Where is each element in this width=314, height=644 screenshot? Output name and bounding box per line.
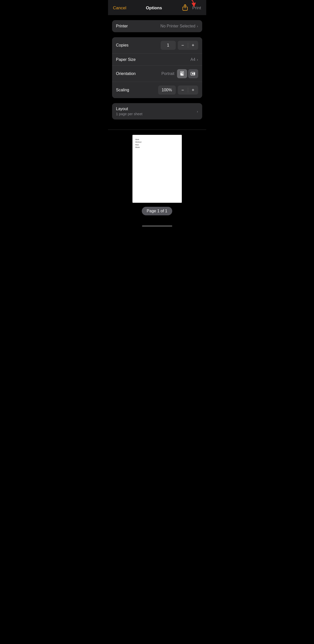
layout-text-group: Layout 1 page per sheet	[116, 107, 143, 116]
portrait-icon: ⬆	[179, 71, 185, 76]
orientation-value: Portrait	[161, 71, 175, 76]
copies-increment-button[interactable]: +	[188, 41, 198, 50]
layout-chevron-icon: ›	[197, 109, 198, 113]
printer-row[interactable]: Printer No Printer Selected ›	[112, 20, 202, 32]
preview-line-3: Rest	[135, 144, 179, 146]
printer-label: Printer	[116, 24, 128, 28]
preview-line-2: Workout	[135, 141, 179, 143]
svg-rect-5	[181, 74, 183, 75]
svg-rect-8	[194, 73, 195, 75]
orientation-control: Portrait ⬆	[161, 69, 198, 78]
printer-value: No Printer Selected	[160, 24, 195, 28]
page-title: Options	[128, 6, 180, 11]
print-preview-area: Work Workout Rest Movie Page 1 of 1	[108, 130, 206, 223]
svg-point-7	[192, 73, 193, 74]
printer-value-group: No Printer Selected ›	[160, 24, 198, 28]
paper-preview: Work Workout Rest Movie	[132, 135, 182, 203]
home-bar	[142, 225, 172, 227]
orientation-label: Orientation	[116, 71, 136, 76]
copies-stepper: − +	[178, 41, 198, 50]
paper-size-label: Paper Size	[116, 57, 136, 62]
svg-point-4	[181, 72, 183, 74]
cancel-button[interactable]: Cancel	[113, 6, 126, 11]
scaling-control: − +	[158, 86, 198, 95]
copies-decrement-button[interactable]: −	[178, 41, 188, 50]
home-indicator	[108, 223, 206, 228]
scaling-input[interactable]	[158, 86, 176, 95]
copies-input[interactable]	[161, 41, 176, 50]
preview-line-4: Movie	[135, 146, 179, 149]
nav-right-actions: Print	[182, 4, 201, 12]
copies-control: − +	[161, 41, 198, 50]
scaling-decrement-button[interactable]: −	[178, 86, 188, 95]
scaling-increment-button[interactable]: +	[188, 86, 198, 95]
preview-content: Work Workout Rest Movie	[135, 138, 179, 149]
layout-title: Layout	[116, 107, 143, 111]
red-arrow-annotation	[184, 0, 196, 7]
copies-label: Copies	[116, 43, 129, 48]
chevron-right-icon: ›	[197, 24, 198, 28]
options-card: Copies − + Paper Size A4 › Orientation P…	[112, 37, 202, 98]
paper-size-value-group: A4 ›	[190, 57, 198, 62]
copies-row: Copies − +	[112, 37, 202, 53]
paper-size-chevron-icon: ›	[197, 58, 198, 62]
scaling-row: Scaling − +	[112, 82, 202, 98]
preview-line-1: Work	[135, 138, 179, 141]
scaling-stepper: − +	[178, 86, 198, 95]
orientation-row: Orientation Portrait ⬆	[112, 65, 202, 82]
layout-card[interactable]: Layout 1 page per sheet ›	[112, 103, 202, 119]
landscape-icon	[190, 71, 196, 76]
nav-bar: Cancel Options Print	[108, 0, 206, 15]
page-indicator-badge: Page 1 of 1	[142, 207, 172, 215]
scaling-label: Scaling	[116, 88, 129, 92]
paper-size-row[interactable]: Paper Size A4 ›	[112, 53, 202, 65]
landscape-orientation-button[interactable]	[188, 69, 198, 78]
layout-row: Layout 1 page per sheet ›	[112, 103, 202, 119]
printer-card: Printer No Printer Selected ›	[112, 20, 202, 32]
share-button[interactable]	[182, 4, 188, 12]
layout-subtitle: 1 page per sheet	[116, 112, 143, 116]
paper-size-value: A4	[190, 57, 195, 62]
portrait-orientation-button[interactable]: ⬆	[177, 69, 187, 78]
